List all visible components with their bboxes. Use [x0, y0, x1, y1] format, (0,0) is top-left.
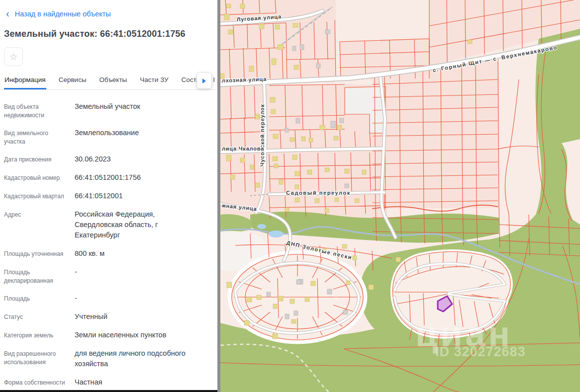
- star-icon: ☆: [9, 51, 17, 63]
- tab-services[interactable]: Сервисы: [58, 71, 87, 89]
- favorite-button[interactable]: ☆: [4, 47, 23, 66]
- page-title: Земельный участок: 66:41:0512001:1756: [4, 29, 186, 39]
- back-link[interactable]: ‹ Назад в найденные объекты: [6, 10, 111, 18]
- tab-information[interactable]: Информация: [4, 71, 46, 89]
- field-row: СтатусУчтенный: [4, 312, 215, 322]
- field-row: Площадь декларированная-: [4, 267, 215, 285]
- field-row: Категория земельЗемли населенных пунктов: [4, 330, 215, 340]
- watermark: циан ID 320272683: [415, 314, 526, 359]
- tab-partial-next[interactable]: І: [212, 71, 215, 89]
- field-row: Дата присвоения30.06.2023: [4, 154, 215, 164]
- street-label-sadovy: Садовый переулок: [286, 190, 351, 196]
- back-chevron-icon: ‹: [6, 10, 9, 17]
- attribute-list: Вид объекта недвижимостиЗемельный участо…: [4, 101, 215, 392]
- map[interactable]: Луговая улица лхозная улица с. Горный Щи…: [220, 0, 580, 392]
- field-row: Площадь-: [4, 293, 215, 304]
- pond-small: [257, 224, 266, 229]
- panel-map-divider: [217, 0, 220, 392]
- field-row: АдресРоссийская Федерация, Свердловская …: [4, 209, 215, 240]
- tabs-scroll-right-button[interactable]: [197, 73, 211, 88]
- street-label-chkalova: лица Чкалова: [222, 146, 264, 152]
- field-row: Кадастровый квартал66:41:0512001: [4, 191, 215, 201]
- bottom-scrollbar[interactable]: [0, 390, 217, 392]
- pond: [269, 231, 284, 237]
- field-row: Форма собственностиЧастная: [4, 377, 215, 388]
- info-panel: ‹ Назад в найденные объекты Земельный уч…: [0, 0, 217, 392]
- field-row: Вид объекта недвижимостиЗемельный участо…: [4, 101, 215, 120]
- field-row: Вид разрешенного использованиядля ведени…: [4, 348, 215, 369]
- tab-bar: Информация Сервисы Объекты Части ЗУ Сост…: [0, 71, 217, 90]
- tab-objects[interactable]: Объекты: [99, 71, 128, 89]
- field-row: Площадь уточненная800 кв. м: [4, 248, 215, 259]
- watermark-id: ID 320272683: [435, 344, 526, 359]
- field-row: Кадастровый номер66:41:0512001:1756: [4, 172, 215, 183]
- tab-parcel-parts[interactable]: Части ЗУ: [139, 71, 169, 89]
- back-link-label: Назад в найденные объекты: [15, 10, 111, 18]
- field-row: Вид земельного участкаЗемлепользование: [4, 128, 215, 146]
- street-label-chusovskoy: Чусовской переулок: [259, 104, 265, 166]
- arrow-right-icon: [202, 78, 206, 83]
